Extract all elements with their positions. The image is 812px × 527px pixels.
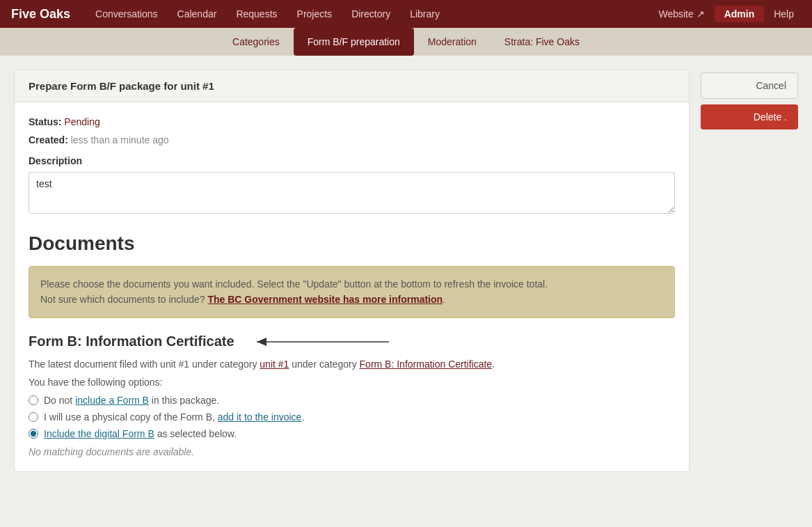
add-invoice-link[interactable]: add it to the invoice (218, 411, 302, 423)
description-label: Description (29, 155, 675, 166)
created-row: Created: less than a minute ago (29, 134, 675, 145)
radio-opt3-label: Include the digital Form B as selected b… (44, 428, 237, 439)
radio-opt3[interactable] (29, 429, 38, 439)
nav-directory[interactable]: Directory (343, 0, 399, 28)
form-b-under-text: under category (292, 359, 359, 370)
nav-admin[interactable]: Admin (715, 6, 765, 22)
nav-conversations[interactable]: Conversations (87, 0, 166, 28)
card-body: Status: Pending Created: less than a min… (15, 102, 689, 471)
status-value: Pending (64, 116, 99, 127)
description-textarea[interactable]: test (29, 172, 675, 214)
sub-nav: Categories Form B/F preparation Moderati… (0, 28, 812, 56)
brand-logo[interactable]: Five Oaks (11, 7, 70, 22)
radio-opt2-label: I will use a physical copy of the Form B… (44, 411, 304, 423)
main-nav-links: Conversations Calendar Requests Projects… (87, 0, 651, 28)
radio-opt2[interactable] (29, 412, 38, 422)
created-label: Created: (29, 134, 68, 145)
nav-help[interactable]: Help (767, 8, 801, 19)
nav-requests[interactable]: Requests (228, 0, 285, 28)
content-card: Prepare Form B/F package for unit #1 Sta… (14, 70, 690, 472)
nav-calendar[interactable]: Calendar (169, 0, 225, 28)
radio-opt1[interactable] (29, 395, 38, 405)
form-b-title: Form B: Information Certificate (29, 332, 675, 352)
subnav-strata-five-oaks[interactable]: Strata: Five Oaks (491, 28, 594, 56)
documents-heading: Documents (29, 233, 675, 255)
include-digital-link[interactable]: Include the digital Form B (44, 428, 154, 439)
include-form-b-link[interactable]: include a Form B (75, 395, 149, 406)
radio-option-3: Include the digital Form B as selected b… (29, 428, 675, 439)
documents-info-box: Please choose the documents you want inc… (29, 266, 675, 318)
svg-marker-1 (257, 338, 266, 346)
radio-option-2: I will use a physical copy of the Form B… (29, 411, 675, 423)
bc-government-link[interactable]: The BC Government website has more infor… (207, 294, 443, 305)
nav-website[interactable]: Website ↗ (651, 8, 711, 19)
top-nav-right: Website ↗ Admin Help (651, 6, 801, 22)
form-b-options-label: You have the following options: (29, 377, 675, 388)
info-text-1: Please choose the documents you want inc… (40, 278, 548, 290)
radio-option-1: Do not include a Form B in this package. (29, 395, 675, 406)
form-b-desc-text: The latest document filed with unit #1 u… (29, 359, 257, 370)
status-row: Status: Pending (29, 116, 675, 127)
created-value: less than a minute ago (71, 134, 169, 145)
nav-projects[interactable]: Projects (289, 0, 341, 28)
info-text-2: Not sure which documents to include? (40, 294, 205, 305)
form-b-unit-link[interactable]: unit #1 (260, 359, 289, 370)
status-label: Status: (29, 116, 61, 127)
form-b-section: Form B: Information Certificate The late… (29, 332, 675, 457)
arrow-icon (243, 332, 396, 352)
top-nav: Five Oaks Conversations Calendar Request… (0, 0, 812, 28)
radio-opt1-label: Do not include a Form B in this package. (44, 395, 219, 406)
no-match-text: No matching documents are available. (29, 446, 675, 457)
form-b-description: The latest document filed with unit #1 u… (29, 359, 675, 370)
cancel-button[interactable]: Cancel (701, 72, 798, 99)
card-header: Prepare Form B/F package for unit #1 (15, 70, 689, 102)
subnav-categories[interactable]: Categories (218, 28, 294, 56)
delete-button[interactable]: Delete . (701, 104, 798, 129)
subnav-moderation[interactable]: Moderation (414, 28, 491, 56)
form-b-title-text: Form B: Information Certificate (29, 333, 234, 349)
main-layout: Prepare Form B/F package for unit #1 Sta… (0, 56, 812, 486)
form-b-category-link[interactable]: Form B: Information Certificate (360, 359, 493, 370)
sidebar-actions: Cancel Delete . (701, 70, 798, 472)
subnav-form-bf-preparation[interactable]: Form B/F preparation (294, 28, 414, 56)
nav-library[interactable]: Library (401, 0, 448, 28)
